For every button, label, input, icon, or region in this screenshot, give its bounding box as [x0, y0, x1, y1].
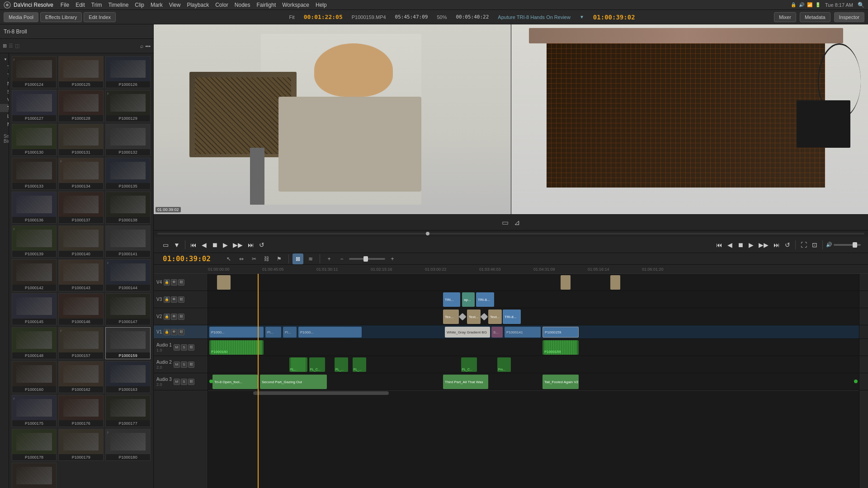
monitor-icon[interactable]: ▭: [502, 218, 509, 227]
sidebar-item-telemundo[interactable]: Telemundo Broll: [0, 71, 9, 80]
ripple-button[interactable]: ≋: [305, 253, 316, 264]
v2-clip-1[interactable]: Tex...: [443, 310, 459, 324]
jog-track[interactable]: [157, 233, 864, 235]
a3-clip-3[interactable]: Third Part_All That Was: [443, 375, 488, 389]
source-loop[interactable]: ↺: [257, 240, 266, 249]
timeline-scrollbar[interactable]: [208, 390, 859, 395]
scrollbar-thumb[interactable]: [253, 391, 389, 395]
metadata-view-icon[interactable]: ◫: [15, 43, 19, 49]
media-item-p1000144[interactable]: ♪ P1000144: [105, 259, 151, 291]
media-item-p1000175[interactable]: ♪ P1000175: [12, 395, 57, 427]
a3-clip-2[interactable]: Second Part_Gazing Out: [260, 375, 327, 389]
v2-eye-btn[interactable]: 👁: [171, 314, 177, 320]
media-item-p1000147[interactable]: P1000147: [105, 293, 151, 325]
a2-waveform-clip-6[interactable]: Fm...: [497, 357, 511, 372]
zoom-out-button[interactable]: −: [336, 253, 347, 264]
media-item-p1000136[interactable]: P1000136: [12, 192, 57, 224]
inspector-button[interactable]: Inspector: [834, 12, 864, 22]
a3-clip-1[interactable]: Tri-8 Open_fool...: [212, 375, 258, 389]
link-tool[interactable]: ⛓: [261, 253, 272, 264]
zoom-slider[interactable]: [349, 258, 385, 260]
v2-diamond-2[interactable]: [481, 313, 488, 321]
media-item-p1000133[interactable]: P1000133: [12, 158, 57, 190]
a3-link-btn[interactable]: ⛓: [188, 379, 194, 385]
media-item-p1000124[interactable]: ♪ P1000124: [12, 56, 57, 88]
v1-clip-s[interactable]: S...: [491, 327, 503, 338]
search-icon[interactable]: ⌕: [140, 43, 143, 49]
a3-mute-btn[interactable]: M: [174, 379, 180, 385]
media-item-p1000140[interactable]: P1000140: [58, 225, 104, 258]
media-item-p1000143[interactable]: P1000143: [58, 259, 104, 291]
media-item-p1000125[interactable]: P1000125: [58, 56, 104, 88]
a3-clip-4[interactable]: Tail_Fooled Again V2: [542, 375, 579, 389]
menu-timeline[interactable]: Timeline: [108, 2, 128, 8]
volume-handle[interactable]: [853, 242, 857, 248]
media-item-p1000148[interactable]: P1000148: [12, 327, 57, 359]
sidebar-item-tri8broll[interactable]: Tri-8 Broll: [0, 104, 9, 112]
select-tool[interactable]: ↖: [223, 253, 234, 264]
program-prev-frame[interactable]: ◀: [726, 240, 734, 249]
a2-solo-btn[interactable]: S: [181, 361, 187, 368]
media-item-p1000180[interactable]: ♪ P1000180: [105, 429, 151, 461]
menu-trim[interactable]: Trim: [91, 2, 102, 8]
v2-clip-2[interactable]: Text...: [467, 310, 481, 324]
jog-handle[interactable]: [426, 232, 429, 235]
media-item-p1000141[interactable]: P1000141: [105, 225, 151, 258]
v2-clip-3[interactable]: Text...: [488, 310, 502, 324]
chevron-down-icon[interactable]: ▼: [580, 14, 584, 19]
media-item-p1000162[interactable]: P1000162: [58, 361, 104, 393]
media-item-p1000128[interactable]: P1000128: [58, 90, 104, 122]
media-item-p1000130[interactable]: P1000130: [12, 124, 57, 156]
media-item-p1000126[interactable]: P1000126: [105, 56, 151, 88]
zoom-in-button[interactable]: +: [387, 253, 398, 264]
v1-clip-3[interactable]: Pl...: [283, 327, 297, 338]
media-item-p1000179[interactable]: P1000179: [58, 429, 104, 461]
fullscreen-button[interactable]: ⛶: [799, 240, 809, 249]
sidebar-item-sekonic[interactable]: Sekonic Readings: [0, 88, 9, 96]
media-item-p1000142[interactable]: P1000142: [12, 259, 57, 291]
sidebar-item-voiceovers[interactable]: Voiceovers: [0, 96, 9, 104]
v2-link-btn[interactable]: ⛓: [178, 314, 184, 320]
menu-workspace[interactable]: Workspace: [282, 2, 309, 8]
v1-clip-p1000141[interactable]: P1000141: [505, 327, 541, 338]
a1-waveform-clip[interactable]: P1000160: [209, 340, 264, 355]
media-item-p1000145[interactable]: P1000145: [12, 293, 57, 325]
v1-link-btn[interactable]: ⛓: [178, 329, 184, 335]
flag-tool[interactable]: ⚑: [274, 253, 285, 264]
a3-solo-btn[interactable]: S: [181, 379, 187, 385]
program-next-frame[interactable]: ▶▶: [757, 240, 770, 249]
v3-clip-ap[interactable]: ap...: [462, 292, 475, 307]
media-item-p1000163[interactable]: P1000163: [105, 361, 151, 393]
media-item-p1000134[interactable]: ♪ P1000134: [58, 158, 104, 190]
media-item-p1000176[interactable]: P1000176: [58, 395, 104, 427]
v2-lock-btn[interactable]: 🔒: [164, 314, 170, 320]
media-item-p1000177[interactable]: P1000177: [105, 395, 151, 427]
v3-lock-btn[interactable]: 🔒: [164, 296, 170, 303]
add-track-button[interactable]: +: [324, 253, 335, 264]
metadata-button[interactable]: Metadata: [800, 12, 830, 22]
list-view-icon[interactable]: ☰: [9, 43, 13, 49]
a2-waveform-clip-3[interactable]: FL_...: [335, 357, 348, 372]
a1-lock-btn[interactable]: ⛓: [188, 344, 194, 351]
v1-clip-p1000159[interactable]: P1000159: [542, 327, 579, 338]
audio-meter-icon[interactable]: ⊿: [514, 218, 520, 227]
v4-clip-3[interactable]: [610, 275, 620, 290]
a1-waveform-clip-2[interactable]: P1000159: [542, 340, 579, 355]
v3-clip-tri[interactable]: TRI...: [443, 292, 460, 307]
sidebar-item-timelines[interactable]: Timelines: [0, 63, 9, 71]
v4-link-btn[interactable]: ⛓: [178, 279, 184, 286]
menu-mark[interactable]: Mark: [151, 2, 163, 8]
more-options-icon[interactable]: •••: [145, 43, 151, 49]
media-item-p1000132[interactable]: P1000132: [105, 124, 151, 156]
v4-lock-btn[interactable]: 🔒: [164, 279, 170, 286]
media-item-p1000131[interactable]: P1000131: [58, 124, 104, 156]
program-loop[interactable]: ↺: [783, 240, 792, 249]
a1-solo-btn[interactable]: S: [181, 344, 187, 351]
sidebar-item-newshooter[interactable]: Newshooter Elements: [0, 80, 9, 88]
grid-view-icon[interactable]: ⊞: [3, 43, 7, 49]
snap-button[interactable]: ⊠: [292, 253, 303, 264]
media-item-p1000129[interactable]: ♪ P1000129: [105, 90, 151, 122]
a2-waveform-clip-4[interactable]: FL_...: [353, 357, 366, 372]
media-item-p1000139[interactable]: ♪ P1000139: [12, 225, 57, 258]
trim-tool[interactable]: ⇔: [236, 253, 247, 264]
